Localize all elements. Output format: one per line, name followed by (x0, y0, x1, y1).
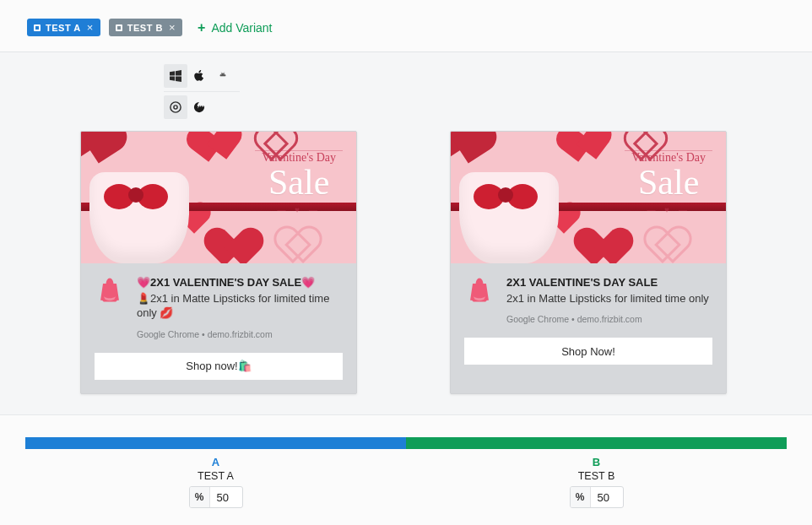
split-name-a: TEST A (25, 470, 406, 482)
notification-body: 💗2X1 VALENTINE'S DAY SALE💗 💄2x1 in Matte… (81, 263, 356, 344)
cta-button[interactable]: Shop now!🛍️ (95, 353, 343, 380)
square-icon (34, 24, 41, 31)
windows-icon[interactable] (164, 64, 187, 88)
split-col-b: B TEST B % (406, 456, 787, 508)
hero-image: Valentine's Day Sale — ♥ — (451, 132, 726, 263)
hero-text: Valentine's Day Sale — ♥ — (625, 150, 712, 214)
brand-bag-icon (464, 275, 495, 306)
split-bar[interactable] (25, 437, 787, 449)
pct-input-a-wrap: % (189, 486, 243, 508)
notification-subtitle: 💄2x1 in Matte Lipsticks for limited time… (137, 291, 343, 321)
os-row (164, 61, 240, 92)
browser-row (164, 92, 240, 122)
variant-tab-b-label: TEST B (127, 23, 163, 33)
notification-subtitle: 2x1 in Matte Lipsticks for limited time … (506, 291, 712, 306)
close-icon[interactable]: × (169, 21, 176, 34)
split-col-a: A TEST A % (25, 456, 406, 508)
brand-bag-icon (95, 275, 125, 306)
hero-image: Valentine's Day Sale — ♥ — (81, 132, 356, 263)
notification-preview-b: Valentine's Day Sale — ♥ — 2X1 VALENTINE… (450, 131, 727, 394)
notification-title: 💗2X1 VALENTINE'S DAY SALE💗 (137, 275, 343, 290)
android-icon[interactable] (211, 64, 235, 88)
variant-tab-a[interactable]: TEST A × (27, 19, 100, 36)
cta-button[interactable]: Shop Now! (464, 338, 712, 365)
notification-meta: Google Chrome • demo.frizbit.com (506, 314, 712, 324)
split-letter-a: A (25, 456, 406, 468)
chrome-icon[interactable] (164, 95, 187, 119)
variant-topbar: TEST A × TEST B × + Add Variant (0, 0, 812, 52)
svg-point-3 (174, 106, 177, 109)
notification-title: 2X1 VALENTINE'S DAY SALE (506, 275, 712, 290)
preview-toolbar (164, 61, 240, 122)
add-variant-button[interactable]: + Add Variant (198, 20, 272, 35)
svg-point-1 (224, 74, 225, 75)
split-segment-a (25, 437, 406, 449)
split-name-b: TEST B (406, 470, 787, 482)
square-icon (116, 24, 122, 31)
traffic-split-section: A TEST A % B TEST B % (0, 414, 812, 525)
plus-icon: + (198, 20, 205, 35)
split-segment-b (406, 437, 787, 449)
svg-point-0 (221, 74, 222, 75)
notification-preview-a: Valentine's Day Sale — ♥ — 💗2X1 VALENTIN… (80, 131, 357, 394)
notification-body: 2X1 VALENTINE'S DAY SALE 2x1 in Matte Li… (451, 263, 726, 329)
preview-cards: Valentine's Day Sale — ♥ — 💗2X1 VALENTIN… (0, 122, 812, 394)
add-variant-label: Add Variant (211, 21, 272, 35)
preview-workspace: Valentine's Day Sale — ♥ — 💗2X1 VALENTIN… (0, 52, 812, 394)
percent-icon: % (190, 487, 210, 507)
hero-text: Valentine's Day Sale — ♥ — (255, 150, 343, 214)
close-icon[interactable]: × (87, 21, 94, 34)
variant-tab-b[interactable]: TEST B × (109, 19, 182, 36)
notification-meta: Google Chrome • demo.frizbit.com (137, 329, 343, 339)
hero-sale-text: Sale (255, 165, 343, 200)
svg-point-2 (171, 102, 181, 112)
pct-input-b-wrap: % (570, 486, 624, 508)
pct-input-a[interactable] (210, 491, 242, 504)
split-letter-b: B (406, 456, 787, 468)
hero-sale-text: Sale (625, 165, 712, 200)
variant-tab-a-label: TEST A (46, 23, 81, 33)
percent-icon: % (571, 487, 591, 507)
apple-icon[interactable] (187, 64, 211, 88)
firefox-icon[interactable] (187, 95, 211, 119)
pct-input-b[interactable] (591, 491, 623, 504)
